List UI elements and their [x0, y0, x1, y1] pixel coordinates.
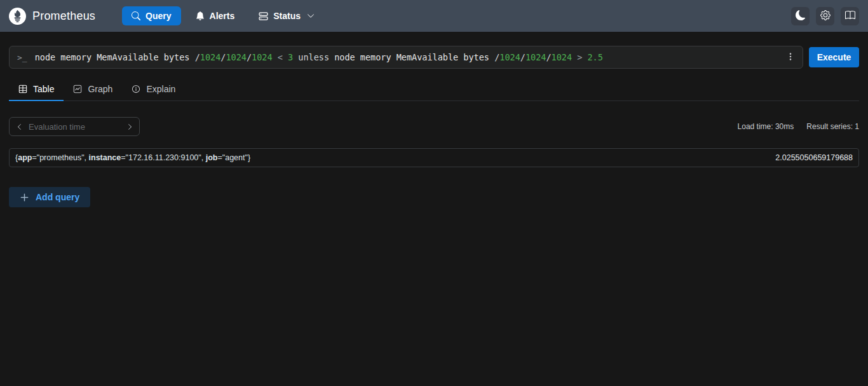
tab-label: Explain — [146, 84, 175, 94]
expr-token-number: 1024 — [499, 52, 520, 62]
expr-token-number: 1024 — [226, 52, 247, 62]
expr-token-number: 1024 — [552, 52, 573, 62]
add-query-label: Add query — [36, 192, 79, 202]
docs-button[interactable] — [841, 7, 859, 25]
evaluation-time-input[interactable] — [29, 122, 120, 132]
expr-token-number: 1024 — [200, 52, 221, 62]
nav-item-query[interactable]: Query — [122, 6, 180, 25]
prometheus-app: Prometheus Query Alerts Status — [0, 0, 868, 386]
tab-label: Table — [33, 84, 54, 94]
evaluation-time-picker — [9, 117, 140, 136]
settings-button[interactable] — [816, 7, 834, 25]
expr-token-number: 1024 — [526, 52, 546, 62]
result-row: {app="prometheus", instance="172.16.11.2… — [9, 148, 859, 167]
expr-token-keyword: unless — [293, 52, 334, 62]
brand-link[interactable]: Prometheus — [9, 8, 95, 25]
query-expression: node_memory_MemAvailable_bytes /1024/102… — [35, 52, 782, 62]
navbar: Prometheus Query Alerts Status — [0, 0, 868, 32]
nav-actions — [791, 7, 859, 25]
label-name: instance — [89, 153, 121, 162]
result-series-stat: Result series: 1 — [806, 122, 859, 131]
moon-icon — [796, 10, 806, 22]
result-list: {app="prometheus", instance="172.16.11.2… — [9, 148, 859, 167]
label-name: app — [18, 153, 32, 162]
chevron-down-icon — [307, 12, 315, 20]
expr-token-op: > — [572, 52, 587, 62]
plus-icon — [20, 193, 29, 202]
expr-token-punct: / — [546, 52, 551, 62]
eval-time-next-button[interactable] — [120, 118, 139, 135]
three-dots-vertical-icon — [786, 52, 795, 63]
expr-token-metric: node_memory_MemAvailable_bytes — [35, 52, 195, 62]
load-time-stat: Load time: 30ms — [738, 122, 794, 131]
nav-item-label: Status — [273, 11, 301, 21]
tab-table[interactable]: Table — [9, 80, 64, 101]
search-icon — [132, 11, 140, 20]
query-stats: Load time: 30ms Result series: 1 — [738, 122, 859, 131]
result-tabs: Table Graph Explain — [9, 80, 859, 101]
series-labels: {app="prometheus", instance="172.16.11.2… — [15, 153, 250, 162]
expr-token-punct: / — [195, 52, 200, 62]
query-options-button[interactable] — [782, 48, 799, 66]
main-nav: Query Alerts Status — [122, 6, 324, 25]
bell-icon — [196, 11, 205, 20]
query-expression-input[interactable]: >_ node_memory_MemAvailable_bytes /1024/… — [9, 46, 803, 69]
main-content: >_ node_memory_MemAvailable_bytes /1024/… — [0, 46, 868, 207]
nav-item-status[interactable]: Status — [249, 6, 324, 25]
expr-token-punct: / — [247, 52, 252, 62]
nav-item-label: Alerts — [210, 11, 235, 21]
prometheus-logo-icon — [9, 8, 26, 25]
eval-row: Load time: 30ms Result series: 1 — [9, 117, 859, 136]
expr-token-op: < — [273, 52, 288, 62]
label-name: job — [206, 153, 218, 162]
tab-label: Graph — [88, 84, 112, 94]
brand-title: Prometheus — [32, 10, 95, 23]
expr-token-metric: node_memory_MemAvailable_bytes — [334, 52, 494, 62]
book-icon — [845, 10, 855, 22]
tab-explain[interactable]: Explain — [122, 80, 185, 101]
eval-time-prev-button[interactable] — [10, 118, 29, 135]
server-stack-icon — [259, 11, 268, 21]
nav-item-label: Query — [146, 11, 171, 21]
nav-item-alerts[interactable]: Alerts — [186, 6, 245, 25]
expr-token-punct: / — [520, 52, 526, 62]
expr-token-number: 1024 — [252, 52, 273, 62]
tab-graph[interactable]: Graph — [64, 80, 122, 101]
graph-icon — [73, 85, 82, 93]
series-value: 2.0255050659179688 — [775, 153, 853, 162]
info-icon — [132, 85, 140, 93]
theme-toggle-button[interactable] — [791, 7, 810, 25]
expr-token-number: 3 — [288, 52, 293, 62]
execute-button[interactable]: Execute — [809, 47, 859, 67]
query-row: >_ node_memory_MemAvailable_bytes /1024/… — [9, 46, 859, 69]
gear-icon — [820, 10, 831, 22]
add-query-button[interactable]: Add query — [9, 187, 90, 207]
expr-token-number: 2.5 — [587, 52, 602, 62]
terminal-prompt-icon: >_ — [17, 53, 27, 62]
table-icon — [18, 85, 27, 93]
